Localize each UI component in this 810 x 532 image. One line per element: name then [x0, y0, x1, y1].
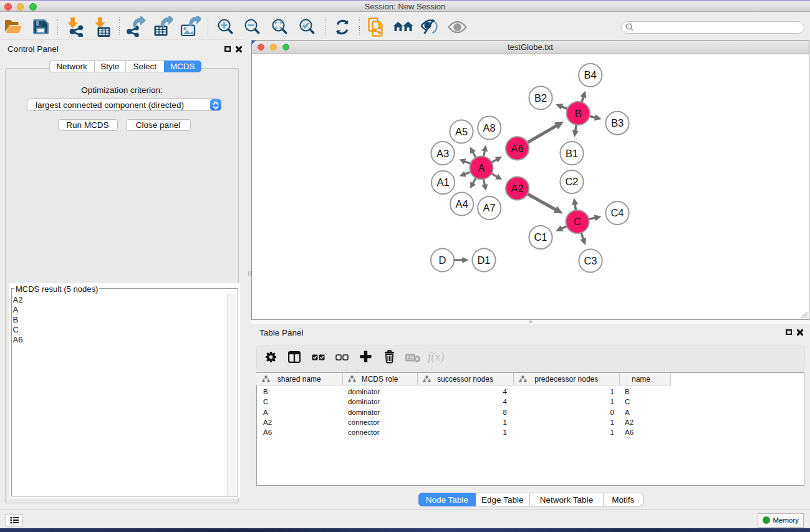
svg-text:B2: B2 [534, 92, 547, 104]
svg-text:A2: A2 [511, 183, 524, 194]
svg-text:D: D [439, 254, 446, 266]
svg-text:B4: B4 [584, 69, 597, 80]
svg-text:B3: B3 [611, 117, 624, 128]
svg-text:A5: A5 [455, 126, 468, 137]
svg-text:A1: A1 [436, 177, 449, 188]
svg-text:A3: A3 [436, 148, 449, 159]
svg-text:C3: C3 [584, 255, 597, 266]
svg-text:C: C [574, 216, 581, 227]
svg-text:A7: A7 [483, 202, 496, 213]
svg-text:A6: A6 [511, 143, 524, 154]
svg-text:D1: D1 [477, 254, 490, 266]
svg-text:C1: C1 [534, 231, 547, 243]
svg-text:A: A [478, 162, 485, 173]
svg-text:A4: A4 [456, 198, 468, 210]
svg-text:B: B [575, 108, 582, 119]
svg-text:C2: C2 [565, 176, 578, 187]
svg-text:B1: B1 [566, 148, 578, 159]
svg-text:C4: C4 [610, 207, 624, 218]
svg-text:A8: A8 [483, 122, 496, 133]
